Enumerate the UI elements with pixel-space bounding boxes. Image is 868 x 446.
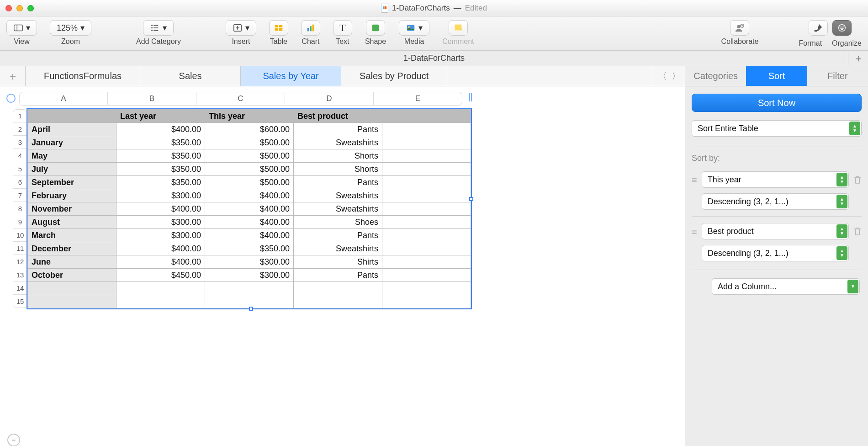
media-button[interactable]: ▾ — [399, 20, 429, 36]
table-cell[interactable] — [382, 149, 471, 163]
table-cell[interactable]: $500.00 — [205, 163, 294, 176]
table-header-cell[interactable]: This year — [205, 110, 294, 123]
table-header-cell[interactable] — [28, 110, 116, 123]
column-handle-icon[interactable] — [465, 92, 476, 103]
sheet-tab[interactable]: Sales by Product — [341, 66, 447, 86]
table-cell[interactable] — [382, 123, 471, 136]
row-number[interactable]: 13 — [13, 268, 27, 281]
table-cell[interactable]: November — [28, 202, 116, 216]
sort-column-select[interactable]: This year▲▼ — [702, 171, 849, 188]
sort-order-select[interactable]: Descending (3, 2, 1...)▲▼ — [702, 245, 849, 261]
add-category-button[interactable]: ▾ — [143, 20, 174, 36]
table-cell[interactable] — [382, 282, 471, 295]
table-cell[interactable] — [28, 295, 116, 308]
row-number[interactable]: 9 — [13, 215, 27, 228]
collaborate-button[interactable] — [730, 20, 749, 36]
column-header[interactable]: E — [374, 92, 462, 106]
table-cell[interactable]: September — [28, 176, 116, 189]
table-cell[interactable]: February — [28, 189, 116, 202]
row-number[interactable]: 11 — [13, 242, 27, 255]
formula-equals-button[interactable]: = — [7, 434, 20, 446]
table-cell[interactable]: $300.00 — [205, 269, 294, 282]
format-button[interactable] — [809, 20, 828, 36]
chart-button[interactable] — [301, 20, 320, 36]
table-cell[interactable] — [382, 229, 471, 242]
table-cell[interactable] — [294, 295, 382, 308]
shape-button[interactable] — [366, 20, 385, 36]
delete-rule-button[interactable] — [853, 175, 862, 186]
row-number[interactable]: 12 — [13, 255, 27, 268]
table-cell[interactable]: Sweatshirts — [294, 136, 382, 149]
sort-scope-select[interactable]: Sort Entire Table ▲▼ — [692, 120, 862, 137]
spreadsheet-canvas[interactable]: ABCDE 123456789101112131415 Last yearThi… — [0, 86, 685, 446]
table-cell[interactable]: Sweatshirts — [294, 189, 382, 202]
row-number[interactable]: 2 — [13, 122, 27, 136]
sheet-tab[interactable]: FunctionsFormulas — [26, 66, 140, 86]
table-cell[interactable]: Pants — [294, 269, 382, 282]
table-row[interactable]: November$400.00$400.00Sweatshirts — [28, 202, 471, 216]
column-header[interactable]: C — [196, 92, 285, 106]
column-header[interactable]: D — [285, 92, 374, 106]
table-cell[interactable]: March — [28, 229, 116, 242]
table-cell[interactable]: $500.00 — [205, 176, 294, 189]
table-cell[interactable] — [116, 295, 205, 308]
insert-button[interactable]: ▾ — [226, 20, 256, 36]
tab-next-button[interactable]: 〉 — [672, 70, 681, 82]
table-cell[interactable]: Shorts — [294, 163, 382, 176]
table-cell[interactable]: $350.00 — [205, 242, 294, 255]
table-row[interactable]: April$400.00$600.00Pants — [28, 123, 471, 136]
view-button[interactable]: ▾ — [6, 20, 37, 36]
table-header-cell[interactable]: Last year — [116, 110, 205, 123]
row-number[interactable]: 5 — [13, 162, 27, 175]
table-cell[interactable]: $300.00 — [116, 189, 205, 202]
table-cell[interactable]: July — [28, 163, 116, 176]
sheet-tab[interactable]: Sales by Year — [241, 66, 341, 86]
table-cell[interactable] — [382, 176, 471, 189]
organize-button[interactable] — [832, 20, 852, 36]
table-cell[interactable]: Pants — [294, 229, 382, 242]
table-button[interactable] — [269, 20, 288, 36]
table-row[interactable] — [28, 282, 471, 295]
delete-rule-button[interactable] — [853, 227, 862, 238]
column-header[interactable]: A — [19, 92, 108, 106]
table-row[interactable]: October$450.00$300.00Pants — [28, 269, 471, 282]
table-cell[interactable] — [382, 295, 471, 308]
table-cell[interactable]: $450.00 — [116, 269, 205, 282]
row-number[interactable]: 15 — [13, 295, 27, 308]
inspector-tab-categories[interactable]: Categories — [685, 66, 746, 86]
table-cell[interactable]: October — [28, 269, 116, 282]
text-button[interactable]: T — [333, 20, 352, 36]
table-row[interactable]: July$350.00$500.00Shorts — [28, 163, 471, 176]
sort-column-select[interactable]: Best product▲▼ — [702, 223, 849, 239]
table-cell[interactable] — [382, 242, 471, 255]
table-cell[interactable] — [294, 282, 382, 295]
row-number[interactable]: 14 — [13, 281, 27, 295]
row-number[interactable]: 7 — [13, 189, 27, 202]
add-sheet-button[interactable]: ＋ — [0, 66, 26, 86]
table-cell[interactable] — [382, 202, 471, 216]
table-cell[interactable] — [382, 189, 471, 202]
table-cell[interactable]: Sweatshirts — [294, 242, 382, 255]
inspector-tab-sort[interactable]: Sort — [746, 66, 807, 86]
table-cell[interactable] — [382, 269, 471, 282]
row-number[interactable]: 3 — [13, 136, 27, 149]
table-cell[interactable]: Pants — [294, 123, 382, 136]
sort-order-select[interactable]: Descending (3, 2, 1...)▲▼ — [702, 193, 849, 210]
minimize-window-button[interactable] — [16, 5, 23, 11]
tab-prev-button[interactable]: 〈 — [658, 70, 667, 82]
table-cell[interactable]: April — [28, 123, 116, 136]
add-sheet-right-button[interactable]: ＋ — [848, 51, 868, 66]
table-cell[interactable]: $300.00 — [116, 229, 205, 242]
table-cell[interactable]: $400.00 — [205, 229, 294, 242]
add-column-select[interactable]: Add a Column... ▼ — [712, 278, 860, 295]
table-cell[interactable]: January — [28, 136, 116, 149]
sort-now-button[interactable]: Sort Now — [692, 94, 862, 112]
table-cell[interactable]: $350.00 — [116, 136, 205, 149]
table-cell[interactable]: $400.00 — [205, 216, 294, 229]
table-cell[interactable]: $350.00 — [116, 163, 205, 176]
table-cell[interactable]: $400.00 — [116, 255, 205, 269]
table-row[interactable]: February$300.00$400.00Sweatshirts — [28, 189, 471, 202]
table-cell[interactable] — [116, 282, 205, 295]
sheet-tab[interactable]: Sales — [140, 66, 241, 86]
table-cell[interactable] — [382, 136, 471, 149]
